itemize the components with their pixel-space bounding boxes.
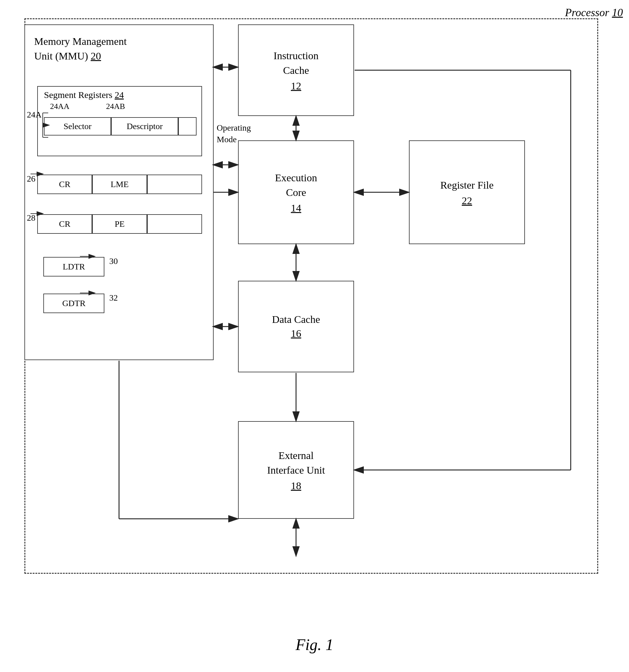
cr-lme-box: CR LME bbox=[37, 174, 202, 194]
eiu-title: External Interface Unit bbox=[267, 448, 325, 477]
dc-title: Data Cache bbox=[272, 314, 320, 325]
cr-lme-extra-cell bbox=[147, 174, 202, 194]
cr-pe-box: CR PE bbox=[37, 214, 202, 234]
operating-mode-label: Operating Mode bbox=[217, 122, 244, 145]
seg-extra-cell bbox=[178, 117, 197, 136]
cr-lme-cr-cell: CR bbox=[37, 174, 92, 194]
gdtr-box: GDTR bbox=[43, 294, 104, 313]
label-28: 28 bbox=[27, 213, 35, 223]
ic-number: 12 bbox=[291, 80, 301, 92]
mmu-number: 20 bbox=[91, 50, 101, 62]
processor-label: Processor 10 bbox=[565, 6, 623, 19]
selector-cell: Selector bbox=[44, 117, 111, 136]
label-24ab: 24AB bbox=[106, 102, 125, 111]
seg-reg-number: 24 bbox=[115, 90, 124, 100]
rf-title: Register File bbox=[440, 178, 494, 193]
cr-pe-outer: CR PE bbox=[37, 214, 202, 234]
label-32: 32 bbox=[109, 293, 118, 303]
lme-cell: LME bbox=[92, 174, 147, 194]
cr-lme-outer: CR LME bbox=[37, 174, 202, 194]
page: Processor 10 Memory ManagementUnit (MMU)… bbox=[0, 0, 629, 672]
cr-pe-cr-cell: CR bbox=[37, 214, 92, 234]
seg-cells: Selector Descriptor bbox=[44, 117, 197, 136]
processor-number: 10 bbox=[612, 6, 623, 19]
segment-registers-box: Segment Registers 24 24AA 24AB Selector … bbox=[37, 86, 202, 156]
execution-core-box: Execution Core 14 bbox=[238, 140, 354, 244]
register-file-box: Register File 22 bbox=[409, 140, 525, 244]
descriptor-cell: Descriptor bbox=[111, 117, 178, 136]
rf-number: 22 bbox=[462, 195, 472, 207]
label-24aa: 24AA bbox=[50, 102, 70, 111]
data-cache-box: Data Cache 16 bbox=[238, 281, 354, 372]
fig-caption: Fig. 1 bbox=[295, 636, 333, 654]
seg-labels: 24AA 24AB bbox=[50, 102, 125, 111]
eiu-number: 18 bbox=[291, 480, 301, 491]
ec-number: 14 bbox=[291, 202, 301, 214]
ldtr-box: LDTR bbox=[43, 257, 104, 277]
dc-number: 16 bbox=[291, 328, 301, 339]
ic-title: Instruction Cache bbox=[273, 49, 318, 77]
seg-reg-title: Segment Registers 24 bbox=[44, 90, 124, 100]
label-30: 30 bbox=[109, 256, 118, 266]
cr-pe-extra-cell bbox=[147, 214, 202, 234]
mmu-box: Memory ManagementUnit (MMU) 20 Segment R… bbox=[24, 24, 214, 360]
label-24a: 24A bbox=[27, 110, 42, 120]
ec-title: Execution Core bbox=[275, 171, 317, 199]
instruction-cache-box: Instruction Cache 12 bbox=[238, 24, 354, 116]
mmu-title: Memory ManagementUnit (MMU) 20 bbox=[34, 34, 127, 63]
pe-cell: PE bbox=[92, 214, 147, 234]
label-26: 26 bbox=[27, 174, 35, 184]
eiu-box: External Interface Unit 18 bbox=[238, 421, 354, 519]
